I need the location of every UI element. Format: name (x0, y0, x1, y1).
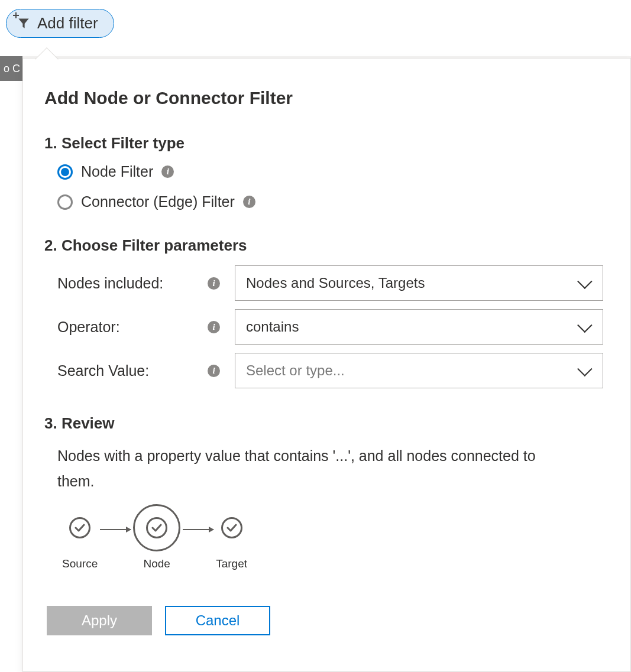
diagram-node-label: Node (143, 557, 170, 570)
combo-placeholder: Select or type... (246, 362, 345, 379)
review-description: Nodes with a property value that contain… (57, 443, 542, 494)
apply-button[interactable]: Apply (47, 606, 152, 635)
info-icon[interactable]: i (161, 165, 174, 178)
info-icon[interactable]: i (208, 321, 220, 333)
arrow-icon (100, 529, 131, 530)
diagram-source-label: Source (62, 557, 98, 570)
label-operator: Operator: (57, 319, 208, 336)
review-diagram: Source Node Target (62, 504, 609, 570)
radio-label: Connector (Edge) Filter (81, 193, 235, 210)
info-icon[interactable]: i (208, 365, 220, 377)
radio-connector-filter[interactable]: Connector (Edge) Filter i (57, 193, 609, 210)
combo-value: Nodes and Sources, Targets (246, 275, 425, 291)
diagram-target-icon (221, 517, 242, 538)
info-icon[interactable]: i (208, 277, 220, 290)
info-icon[interactable]: i (243, 196, 255, 208)
chevron-down-icon (577, 274, 592, 288)
label-nodes-included: Nodes included: (57, 275, 208, 292)
arrow-icon (183, 529, 213, 530)
radio-label: Node Filter (81, 163, 153, 180)
radio-icon (57, 164, 73, 180)
step2-heading: 2. Choose Filter parameters (44, 236, 609, 255)
add-filter-label: Add filter (37, 14, 98, 33)
panel-title: Add Node or Connector Filter (44, 88, 609, 108)
diagram-node-ring (133, 504, 180, 551)
combo-operator[interactable]: contains (235, 309, 603, 345)
diagram-node-icon (146, 517, 167, 538)
chevron-down-icon (577, 317, 592, 332)
add-filter-button[interactable]: Add filter (6, 9, 114, 38)
add-filter-panel: Add Node or Connector Filter 1. Select F… (22, 58, 631, 672)
add-filter-funnel-icon (16, 15, 31, 31)
radio-icon (57, 194, 73, 210)
step3-heading: 3. Review (44, 414, 609, 433)
cancel-button[interactable]: Cancel (165, 606, 270, 635)
diagram-target-label: Target (216, 557, 247, 570)
diagram-source-icon (69, 517, 90, 538)
label-search-value: Search Value: (57, 362, 208, 379)
combo-search-value[interactable]: Select or type... (235, 353, 603, 388)
step1-heading: 1. Select Filter type (44, 134, 609, 152)
combo-nodes-included[interactable]: Nodes and Sources, Targets (235, 265, 603, 301)
partial-background-tab: o C (0, 56, 22, 81)
combo-value: contains (246, 319, 299, 335)
chevron-down-icon (577, 361, 592, 376)
radio-node-filter[interactable]: Node Filter i (57, 163, 609, 180)
